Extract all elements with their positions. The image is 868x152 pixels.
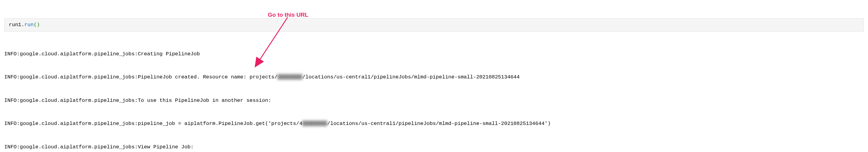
line4-prefix: INFO:google.cloud.aiplatform.pipeline_jo… [4,121,302,126]
output-line-3: INFO:google.cloud.aiplatform.pipeline_jo… [4,97,864,105]
output-line-5: INFO:google.cloud.aiplatform.pipeline_jo… [4,143,864,151]
output-line-4: INFO:google.cloud.aiplatform.pipeline_jo… [4,120,864,128]
code-parens: () [34,22,40,28]
output-line-1: INFO:google.cloud.aiplatform.pipeline_jo… [4,50,864,58]
output-line-2: INFO:google.cloud.aiplatform.pipeline_jo… [4,73,864,81]
line2-suffix: /locations/us-central1/pipelineJobs/mlmd… [302,74,520,80]
code-line: run1.run() [9,22,40,28]
output-block: INFO:google.cloud.aiplatform.pipeline_jo… [0,35,868,152]
code-cell: run1.run() [4,18,864,32]
code-method: run [24,22,34,28]
line4-suffix: /locations/us-central1/pipelineJobs/mlmd… [327,121,551,126]
redacted-project-id-1: ████████ [278,73,303,81]
annotation-label: Go to this URL [268,11,308,20]
line2-prefix: INFO:google.cloud.aiplatform.pipeline_jo… [4,74,278,80]
code-obj: run1. [9,22,24,28]
redacted-project-id-2: ████████ [302,120,327,128]
